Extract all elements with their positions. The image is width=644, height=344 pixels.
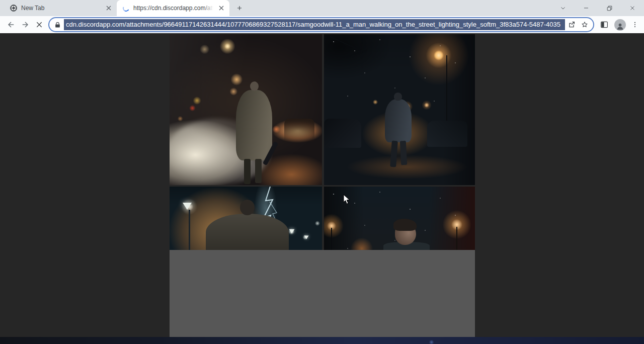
street-lamp-head: [289, 229, 295, 233]
close-tab-icon[interactable]: [217, 4, 225, 12]
url-text-selected[interactable]: cdn.discordapp.com/attachments/966491171…: [64, 19, 565, 30]
parked-car: [324, 119, 361, 148]
close-tab-icon[interactable]: [105, 4, 113, 12]
figure-coat: [236, 90, 272, 160]
lamp-post: [456, 227, 457, 250]
image-loading-placeholder: [170, 250, 475, 337]
parked-car: [427, 121, 467, 147]
browser-window: New Tab https://cdn.discordapp.com/attac: [0, 0, 644, 344]
lamp-post: [331, 228, 332, 250]
tab-title: https://cdn.discordapp.com/attac: [133, 5, 213, 12]
profile-avatar[interactable]: [614, 19, 626, 31]
figure-leg: [244, 159, 251, 184]
loading-spinner-icon: [122, 4, 130, 12]
share-icon[interactable]: [565, 19, 578, 31]
image-grid[interactable]: [170, 34, 475, 337]
forward-icon[interactable]: [18, 18, 32, 32]
browser-toolbar: cdn.discordapp.com/attachments/966491171…: [0, 16, 644, 33]
minimize-button[interactable]: [575, 0, 598, 16]
window-controls: [551, 0, 644, 16]
generated-image-top-left[interactable]: [170, 34, 322, 185]
tab-new-tab[interactable]: New Tab: [4, 0, 117, 16]
back-icon[interactable]: [4, 18, 18, 32]
stop-loading-icon[interactable]: [32, 18, 46, 32]
figure-hood: [206, 214, 289, 250]
toolbar-right-icons: [598, 19, 640, 31]
tree-branch: [330, 36, 362, 51]
figure-leg: [390, 141, 398, 167]
close-window-button[interactable]: [621, 0, 644, 16]
figure-leg: [255, 159, 262, 183]
mouse-cursor: [343, 194, 350, 207]
street-lamp-head: [304, 236, 309, 239]
street-lamp-head: [183, 203, 192, 210]
tab-strip: New Tab https://cdn.discordapp.com/attac: [0, 0, 644, 16]
tab-discord-cdn[interactable]: https://cdn.discordapp.com/attac: [117, 0, 229, 16]
chevron-down-icon[interactable]: [551, 0, 575, 16]
restore-button[interactable]: [598, 0, 621, 16]
generated-image-bottom-left[interactable]: [170, 187, 322, 250]
tab-title: New Tab: [21, 5, 101, 12]
side-panel-icon[interactable]: [598, 19, 610, 31]
lamp-post: [189, 210, 190, 250]
car-silhouette: [284, 119, 314, 142]
figure-hair: [393, 219, 417, 231]
star-icon[interactable]: [578, 19, 591, 31]
page-viewport: [0, 33, 644, 337]
kebab-menu-icon[interactable]: [630, 19, 640, 31]
figure-leg: [400, 141, 407, 165]
address-bar[interactable]: cdn.discordapp.com/attachments/966491171…: [49, 18, 593, 31]
star-specks: [333, 194, 334, 195]
os-taskbar[interactable]: [0, 337, 644, 344]
figure-head: [394, 93, 402, 101]
snow-specks: [333, 41, 334, 42]
tree-branch: [340, 50, 367, 59]
new-tab-button[interactable]: [232, 1, 247, 15]
lock-icon[interactable]: [54, 22, 61, 28]
figure-jacket: [385, 99, 412, 142]
figure-head: [250, 81, 259, 91]
chrome-logo-icon: [10, 5, 17, 12]
generated-image-top-right[interactable]: [324, 34, 475, 185]
figure-head: [240, 200, 255, 215]
